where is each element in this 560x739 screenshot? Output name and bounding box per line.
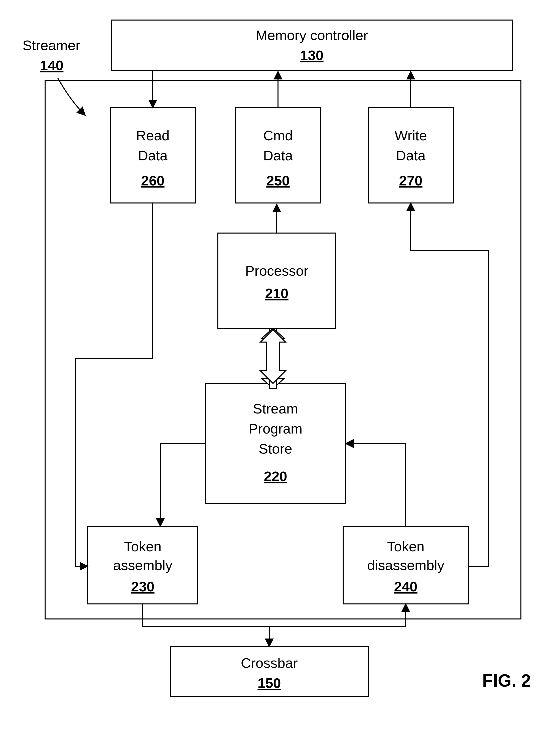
processor-box [218,233,336,328]
crossbar-label: Crossbar [241,655,298,671]
memory-controller-label: Memory controller [256,27,368,43]
arrow-tokdis-to-write [411,203,488,566]
arrow-tokasm-to-crossbar [143,604,269,646]
cmd-data-l2: Data [263,148,293,163]
read-data-l2: Data [138,148,168,163]
sps-l2: Program [249,421,303,437]
write-data-num: 270 [399,173,422,188]
read-data-l1: Read [136,128,170,143]
write-data-l2: Data [396,148,426,163]
streamer-num: 140 [40,57,63,73]
figure-label: FIG. 2 [482,671,531,690]
write-data-l1: Write [394,128,427,143]
cmd-data-l1: Cmd [263,128,293,143]
streamer-pointer [57,78,85,115]
arrow-sps-to-tokasm [160,444,205,526]
bidir-arrow-shape [260,329,286,384]
sps-num: 220 [264,468,287,484]
processor-label: Processor [245,263,308,279]
token-disassembly-num: 240 [394,579,417,594]
memory-controller-num: 130 [300,47,323,63]
arrow-read-to-tokasm [75,203,153,566]
sps-l3: Store [259,441,292,457]
token-assembly-num: 230 [131,579,154,594]
streamer-label: Streamer [23,37,80,53]
token-disassembly-l2: disassembly [367,557,444,573]
token-assembly-l2: assembly [113,557,173,573]
token-assembly-l1: Token [124,539,161,554]
cmd-data-num: 250 [266,173,290,188]
arrow-crossbar-to-tokdis [269,604,406,626]
token-disassembly-l1: Token [387,539,424,554]
processor-num: 210 [265,285,288,301]
arrow-tokdis-to-sps [346,444,406,526]
read-data-num: 260 [141,173,164,188]
crossbar-num: 150 [257,675,281,691]
sps-l1: Stream [253,401,298,417]
